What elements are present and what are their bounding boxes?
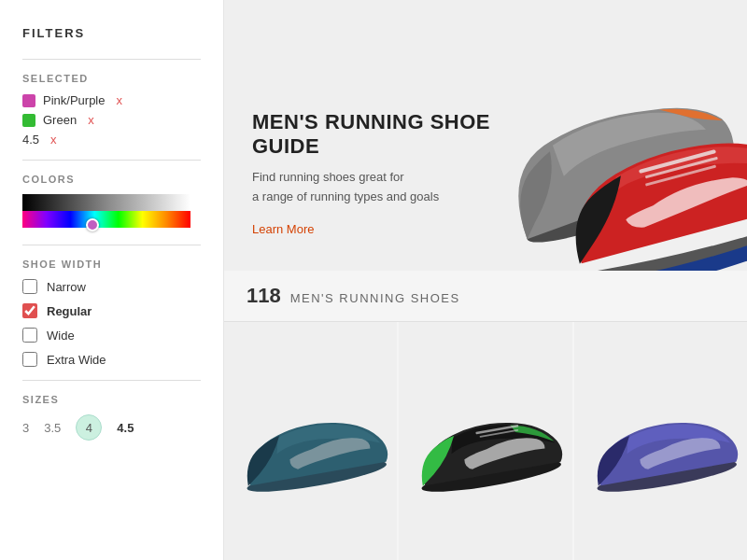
divider-1 <box>22 59 201 60</box>
product-card-2[interactable] <box>399 322 573 560</box>
divider-3 <box>22 245 201 245</box>
filter-size-label: 4.5 <box>22 133 39 147</box>
extra-wide-checkbox[interactable] <box>22 352 37 367</box>
filter-pink-purple-label: Pink/Purple <box>43 93 105 107</box>
hero-desc-line1: Find running shoes great for <box>252 170 404 184</box>
width-narrow[interactable]: Narrow <box>22 279 201 294</box>
regular-label: Regular <box>47 304 92 318</box>
divider-2 <box>22 160 201 161</box>
size-4-bubble[interactable]: 4 <box>76 414 102 441</box>
colors-label: COLORS <box>22 174 201 185</box>
hero-desc-line2: a range of running types and goals <box>252 189 439 203</box>
product-card-3[interactable] <box>574 322 747 560</box>
remove-size-button[interactable]: x <box>50 133 57 146</box>
size-3[interactable]: 3 <box>22 421 29 435</box>
sidebar: FILTERS SELECTED Pink/Purple x Green x 4… <box>0 0 224 560</box>
hero-text: MEN'S RUNNING SHOE GUIDE Find running sh… <box>224 77 523 271</box>
filter-size: 4.5 x <box>22 133 201 147</box>
filter-green: Green x <box>22 113 201 127</box>
product-shoe-svg-2 <box>399 376 571 507</box>
product-shoe-svg-1 <box>224 376 397 507</box>
sizes-label: SIZES <box>22 394 201 405</box>
product-grid <box>224 322 747 560</box>
filters-title: FILTERS <box>22 26 201 40</box>
filter-green-label: Green <box>43 113 77 127</box>
selected-label: SELECTED <box>22 73 201 84</box>
shoe-width-label: SHOE WIDTH <box>22 259 201 270</box>
color-cursor[interactable] <box>86 218 99 231</box>
wide-label: Wide <box>47 329 75 343</box>
remove-green-button[interactable]: x <box>88 114 94 126</box>
shoe-width-group: Narrow Regular Wide Extra Wide <box>22 279 201 367</box>
results-count: 118 <box>247 284 281 308</box>
product-card-1[interactable] <box>224 322 399 560</box>
divider-4 <box>22 380 201 381</box>
width-extra-wide[interactable]: Extra Wide <box>22 352 201 367</box>
hero-desc: Find running shoes great for a range of … <box>252 168 467 207</box>
wide-checkbox[interactable] <box>22 328 37 343</box>
width-regular[interactable]: Regular <box>22 303 201 318</box>
hero-title: MEN'S RUNNING SHOE GUIDE <box>252 110 495 159</box>
results-bar: 118 MEN'S RUNNING SHOES <box>224 271 747 322</box>
width-wide[interactable]: Wide <box>22 328 201 343</box>
pink-purple-dot <box>22 94 35 107</box>
color-bar-top[interactable] <box>22 194 190 211</box>
remove-pink-purple-button[interactable]: x <box>116 94 122 106</box>
results-label: MEN'S RUNNING SHOES <box>290 291 460 305</box>
filter-pink-purple: Pink/Purple x <box>22 93 201 107</box>
sizes-row: 3 3.5 4 4.5 <box>22 414 201 441</box>
narrow-label: Narrow <box>47 280 86 294</box>
learn-more-link[interactable]: Learn More <box>252 222 314 236</box>
hero-banner: MEN'S RUNNING SHOE GUIDE Find running sh… <box>224 0 747 271</box>
main-content: MEN'S RUNNING SHOE GUIDE Find running sh… <box>224 0 747 560</box>
color-bar-bottom[interactable] <box>22 211 190 228</box>
selected-filters-list: Pink/Purple x Green x 4.5 x <box>22 93 201 147</box>
regular-checkbox[interactable] <box>22 303 37 318</box>
color-picker[interactable] <box>22 194 201 231</box>
product-shoe-svg-3 <box>574 376 747 507</box>
size-4-5[interactable]: 4.5 <box>117 421 134 435</box>
extra-wide-label: Extra Wide <box>47 353 106 367</box>
size-3-5[interactable]: 3.5 <box>44 421 61 435</box>
narrow-checkbox[interactable] <box>22 279 37 294</box>
green-dot <box>22 114 35 127</box>
